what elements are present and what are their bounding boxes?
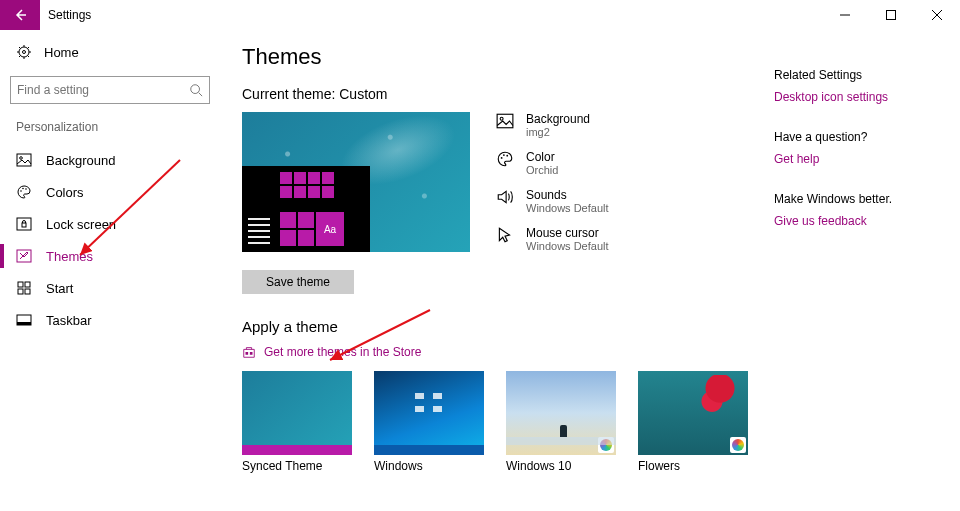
close-button[interactable] — [914, 0, 960, 30]
svg-rect-26 — [18, 289, 23, 294]
titlebar: Settings — [0, 0, 960, 30]
sidebar-item-label: Lock screen — [46, 217, 116, 232]
svg-line-11 — [28, 56, 30, 58]
sidebar-item-label: Colors — [46, 185, 84, 200]
svg-point-31 — [500, 117, 503, 120]
back-arrow-icon — [12, 7, 28, 23]
svg-rect-1 — [887, 11, 896, 20]
app-title: Settings — [48, 8, 91, 22]
main-panel: Themes Current theme: Custom Aa — [220, 30, 774, 473]
themes-icon — [16, 248, 32, 264]
sidebar-item-label: Background — [46, 153, 115, 168]
prop-cursor[interactable]: Mouse cursorWindows Default — [494, 226, 609, 252]
sidebar-item-label: Taskbar — [46, 313, 92, 328]
svg-rect-23 — [17, 250, 31, 262]
svg-rect-21 — [17, 218, 31, 230]
svg-point-18 — [20, 190, 22, 192]
sidebar-home-label: Home — [44, 45, 79, 60]
sidebar-item-colors[interactable]: Colors — [10, 176, 210, 208]
feedback-heading: Make Windows better. — [774, 192, 946, 206]
window-controls — [822, 0, 960, 30]
svg-rect-16 — [17, 154, 31, 166]
minimize-button[interactable] — [822, 0, 868, 30]
desktop-icon-settings-link[interactable]: Desktop icon settings — [774, 90, 946, 104]
page-title: Themes — [242, 44, 774, 70]
prop-sounds[interactable]: SoundsWindows Default — [494, 188, 609, 214]
search-icon — [189, 83, 203, 97]
svg-point-19 — [22, 188, 24, 190]
theme-preview[interactable]: Aa — [242, 112, 470, 252]
svg-point-34 — [506, 155, 508, 157]
svg-rect-27 — [25, 289, 30, 294]
svg-point-17 — [20, 157, 23, 160]
svg-line-10 — [19, 47, 21, 49]
sound-icon — [496, 188, 514, 206]
svg-point-5 — [23, 51, 26, 54]
store-link[interactable]: Get more themes in the Store — [242, 345, 774, 359]
sidebar: Home Personalization Background Colors L… — [0, 30, 220, 473]
maximize-button[interactable] — [868, 0, 914, 30]
theme-card-windows10[interactable]: Windows 10 — [506, 371, 616, 473]
svg-line-12 — [19, 56, 21, 58]
cursor-icon — [496, 226, 514, 244]
themes-list: Synced Theme Windows Windows 10 Flowers — [242, 371, 774, 473]
svg-point-20 — [25, 188, 27, 190]
theme-card-windows[interactable]: Windows — [374, 371, 484, 473]
sidebar-item-lock-screen[interactable]: Lock screen — [10, 208, 210, 240]
sidebar-item-start[interactable]: Start — [10, 272, 210, 304]
theme-properties: Backgroundimg2 ColorOrchid SoundsWindows… — [494, 112, 609, 252]
search-box[interactable] — [10, 76, 210, 104]
current-theme-label: Current theme: Custom — [242, 86, 774, 102]
gear-icon — [16, 44, 32, 60]
sidebar-item-label: Start — [46, 281, 73, 296]
theme-card-flowers[interactable]: Flowers — [638, 371, 748, 473]
sidebar-item-themes[interactable]: Themes — [10, 240, 210, 272]
apply-theme-heading: Apply a theme — [242, 318, 774, 335]
start-icon — [16, 280, 32, 296]
sidebar-item-background[interactable]: Background — [10, 144, 210, 176]
picture-icon — [496, 112, 514, 130]
back-button[interactable] — [0, 0, 40, 30]
color-wheel-icon — [730, 437, 746, 453]
store-icon — [242, 345, 256, 359]
preview-accent-tile: Aa — [316, 212, 344, 246]
prop-color[interactable]: ColorOrchid — [494, 150, 609, 176]
color-wheel-icon — [598, 437, 614, 453]
prop-background[interactable]: Backgroundimg2 — [494, 112, 609, 138]
svg-rect-29 — [17, 322, 31, 325]
search-input[interactable] — [17, 83, 189, 97]
get-help-link[interactable]: Get help — [774, 152, 946, 166]
picture-icon — [16, 152, 32, 168]
svg-point-32 — [501, 157, 503, 159]
svg-line-15 — [199, 93, 203, 97]
sidebar-item-label: Themes — [46, 249, 93, 264]
right-pane: Related Settings Desktop icon settings H… — [774, 30, 960, 473]
sidebar-section-label: Personalization — [10, 120, 210, 134]
svg-rect-30 — [497, 114, 513, 128]
svg-rect-25 — [25, 282, 30, 287]
svg-line-13 — [28, 47, 30, 49]
lock-screen-icon — [16, 216, 32, 232]
svg-rect-22 — [22, 223, 26, 227]
svg-point-14 — [191, 85, 200, 94]
svg-rect-24 — [18, 282, 23, 287]
theme-card-synced[interactable]: Synced Theme — [242, 371, 352, 473]
related-settings-heading: Related Settings — [774, 68, 946, 82]
taskbar-icon — [16, 312, 32, 328]
sidebar-item-taskbar[interactable]: Taskbar — [10, 304, 210, 336]
sidebar-home[interactable]: Home — [10, 40, 210, 64]
feedback-link[interactable]: Give us feedback — [774, 214, 946, 228]
svg-point-33 — [503, 154, 505, 156]
palette-icon — [496, 150, 514, 168]
save-theme-button[interactable]: Save theme — [242, 270, 354, 294]
palette-icon — [16, 184, 32, 200]
question-heading: Have a question? — [774, 130, 946, 144]
